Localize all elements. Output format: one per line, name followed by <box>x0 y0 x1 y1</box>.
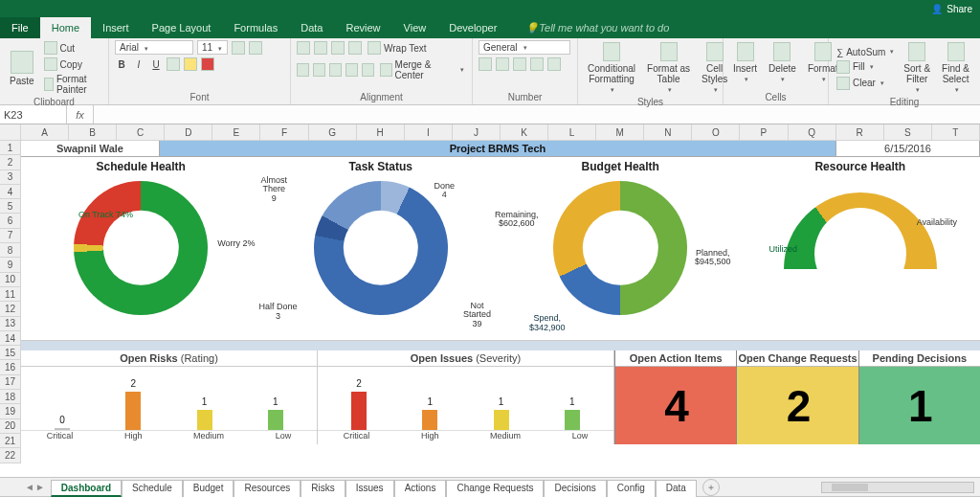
row-header[interactable]: 15 <box>0 346 21 360</box>
insert-cells-button[interactable]: Insert <box>729 40 761 85</box>
sheet-tab-data[interactable]: Data <box>656 480 697 497</box>
sheet-tab-decisions[interactable]: Decisions <box>544 480 606 497</box>
fill-color-icon[interactable] <box>184 57 197 71</box>
tab-view[interactable]: View <box>392 17 438 38</box>
row-header[interactable]: 2 <box>0 155 21 169</box>
column-header[interactable]: H <box>357 124 405 141</box>
row-header[interactable]: 10 <box>0 273 21 287</box>
autosum-button[interactable]: ∑AutoSum <box>835 46 896 58</box>
column-header[interactable]: G <box>309 124 357 141</box>
row-header[interactable]: 9 <box>0 258 21 272</box>
paste-button[interactable]: Paste <box>6 49 38 88</box>
column-header[interactable]: N <box>644 124 692 141</box>
row-header[interactable]: 5 <box>0 199 21 214</box>
decrease-font-icon[interactable] <box>249 41 262 55</box>
tab-developer[interactable]: Developer <box>437 17 508 38</box>
row-header[interactable]: 12 <box>0 302 21 316</box>
column-header[interactable]: K <box>501 124 548 141</box>
font-family-select[interactable]: Arial <box>115 40 193 55</box>
column-header[interactable]: A <box>21 124 69 141</box>
column-header[interactable]: M <box>596 124 644 141</box>
row-header[interactable]: 6 <box>0 214 21 228</box>
sheet-tab-actions[interactable]: Actions <box>394 480 447 497</box>
column-header[interactable]: D <box>165 124 212 141</box>
column-header[interactable]: C <box>117 124 165 141</box>
row-header[interactable]: 21 <box>0 434 21 448</box>
wrap-text-button[interactable]: Wrap Text <box>366 40 429 56</box>
row-header[interactable]: 3 <box>0 170 21 185</box>
align-top-icon[interactable] <box>297 41 310 55</box>
row-header[interactable]: 22 <box>0 448 21 463</box>
font-color-icon[interactable] <box>201 57 214 71</box>
find-select-button[interactable]: Find & Select <box>938 40 973 96</box>
column-header[interactable]: I <box>405 124 453 141</box>
font-size-select[interactable]: 11 <box>197 40 228 55</box>
underline-button[interactable]: U <box>149 59 163 70</box>
conditional-formatting-button[interactable]: Conditional Formatting <box>584 40 639 96</box>
horizontal-scrollbar[interactable] <box>821 482 974 493</box>
tab-review[interactable]: Review <box>334 17 391 38</box>
row-header[interactable]: 11 <box>0 287 21 302</box>
sheet-tab-resources[interactable]: Resources <box>234 480 301 497</box>
bold-button[interactable]: B <box>115 59 128 70</box>
tell-me-search[interactable]: 💡 Tell me what you want to do <box>514 17 680 38</box>
column-header[interactable]: B <box>69 124 117 141</box>
align-bottom-icon[interactable] <box>331 41 345 55</box>
increase-decimal-icon[interactable] <box>530 57 544 71</box>
sheet-tab-config[interactable]: Config <box>607 480 656 497</box>
column-header[interactable]: R <box>836 124 884 141</box>
row-header[interactable]: 19 <box>0 404 21 418</box>
select-all-cell[interactable] <box>0 124 21 141</box>
row-header[interactable]: 20 <box>0 419 21 434</box>
row-header[interactable]: 18 <box>0 390 21 404</box>
copy-button[interactable]: Copy <box>42 56 102 72</box>
row-header[interactable]: 8 <box>0 243 21 258</box>
increase-font-icon[interactable] <box>232 41 245 55</box>
row-header[interactable]: 1 <box>0 141 21 155</box>
italic-button[interactable]: I <box>132 59 145 70</box>
row-header[interactable]: 17 <box>0 375 21 390</box>
row-header[interactable]: 14 <box>0 331 21 346</box>
share-button[interactable]: 👤 Share <box>931 4 972 14</box>
sheet-tab-dashboard[interactable]: Dashboard <box>51 480 122 497</box>
comma-icon[interactable] <box>513 57 526 71</box>
name-box[interactable]: K23 <box>0 105 67 124</box>
align-center-icon[interactable] <box>313 63 325 77</box>
delete-cells-button[interactable]: Delete <box>765 40 800 85</box>
sheet-tab-change-requests[interactable]: Change Requests <box>446 480 544 497</box>
tab-home[interactable]: Home <box>40 17 91 38</box>
grid-body[interactable]: Swapnil Wale Project BRMS Tech 6/15/2016… <box>21 141 980 461</box>
align-right-icon[interactable] <box>329 63 342 77</box>
tab-insert[interactable]: Insert <box>91 17 141 38</box>
clear-button[interactable]: Clear <box>835 76 896 91</box>
merge-center-button[interactable]: Merge & Center <box>378 58 466 81</box>
sheet-tab-schedule[interactable]: Schedule <box>122 480 183 497</box>
column-header[interactable]: J <box>453 124 501 141</box>
column-header[interactable]: F <box>260 124 308 141</box>
row-header[interactable]: 13 <box>0 317 21 331</box>
align-middle-icon[interactable] <box>314 41 327 55</box>
fill-button[interactable]: Fill <box>835 59 896 75</box>
tab-page-layout[interactable]: Page Layout <box>141 17 223 38</box>
column-header[interactable]: Q <box>789 124 836 141</box>
border-icon[interactable] <box>167 57 180 71</box>
number-format-select[interactable]: General <box>479 40 570 55</box>
column-header[interactable]: S <box>884 124 932 141</box>
cut-button[interactable]: Cut <box>42 40 102 56</box>
add-sheet-button[interactable]: ＋ <box>702 479 720 496</box>
sort-filter-button[interactable]: Sort & Filter <box>900 40 934 96</box>
sheet-tab-issues[interactable]: Issues <box>345 480 394 497</box>
orientation-icon[interactable] <box>348 41 362 55</box>
sheet-nav-prev-icon[interactable]: ◄ <box>25 482 34 492</box>
column-header[interactable]: T <box>932 124 980 141</box>
column-header[interactable]: E <box>212 124 260 141</box>
fx-icon[interactable]: fx <box>67 105 94 124</box>
tab-formulas[interactable]: Formulas <box>222 17 289 38</box>
column-header[interactable]: P <box>740 124 788 141</box>
column-header[interactable]: O <box>692 124 740 141</box>
indent-increase-icon[interactable] <box>362 63 374 77</box>
decrease-decimal-icon[interactable] <box>547 57 561 71</box>
row-header[interactable]: 7 <box>0 229 21 243</box>
tab-data[interactable]: Data <box>289 17 334 38</box>
indent-decrease-icon[interactable] <box>345 63 358 77</box>
